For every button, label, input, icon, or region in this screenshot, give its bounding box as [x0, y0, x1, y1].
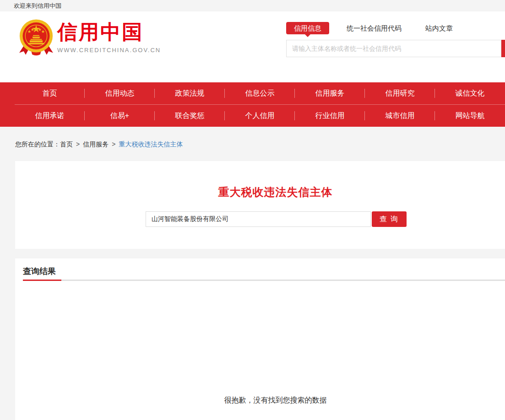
header-search-button[interactable] [501, 40, 505, 57]
nav-item-personal-credit[interactable]: 个人信用 [225, 105, 295, 127]
results-heading: 查询结果 [23, 266, 56, 277]
nav-item-city-credit[interactable]: 城市信用 [365, 105, 435, 127]
credit-china-page: 欢迎来到信用中国 [0, 0, 505, 420]
results-heading-rule-accent [23, 280, 61, 281]
entity-query-input[interactable] [146, 211, 371, 227]
breadcrumb-separator: > [76, 140, 80, 148]
nav-item-credit-services[interactable]: 信用服务 [295, 82, 365, 104]
nav-item-xinyi-plus[interactable]: 信易+ [85, 105, 155, 127]
tab-credit-info[interactable]: 信用信息 [286, 22, 329, 34]
welcome-bar: 欢迎来到信用中国 [0, 0, 505, 11]
nav-item-industry-credit[interactable]: 行业信用 [295, 105, 365, 127]
nav-item-site-map[interactable]: 网站导航 [435, 105, 505, 127]
nav-item-credit-commitment[interactable]: 信用承诺 [15, 105, 85, 127]
query-button[interactable]: 查 询 [372, 211, 407, 227]
empty-results-message: 很抱歉，没有找到您搜索的数据 [15, 396, 505, 405]
page-body: 您所在的位置：首页>信用服务>重大税收违法失信主体 重大税收违法失信主体 查 询… [0, 127, 505, 420]
breadcrumb-current-page[interactable]: 重大税收违法失信主体 [119, 140, 183, 148]
header-search-box [286, 40, 501, 57]
brand-block: 信用中国 WWW.CREDITCHINA.GOV.CN [57, 21, 161, 54]
welcome-text: 欢迎来到信用中国 [14, 0, 61, 11]
nav-row-2: 信用承诺 信易+ 联合奖惩 个人信用 行业信用 城市信用 网站导航 [0, 105, 505, 127]
tab-site-articles[interactable]: 站内文章 [425, 22, 453, 34]
tab-unified-social-credit-code[interactable]: 统一社会信用代码 [347, 22, 402, 34]
breadcrumb-credit-services[interactable]: 信用服务 [83, 140, 109, 148]
site-title: 信用中国 [57, 21, 161, 44]
site-logo[interactable]: 信用中国 WWW.CREDITCHINA.GOV.CN [16, 17, 149, 61]
results-panel: 查询结果 很抱歉，没有找到您搜索的数据 [15, 258, 505, 420]
nav-item-joint-reward-punishment[interactable]: 联合奖惩 [155, 105, 225, 127]
nav-item-home[interactable]: 首页 [15, 82, 85, 104]
site-header: 信用中国 WWW.CREDITCHINA.GOV.CN 信用信息 统一社会信用代… [0, 11, 505, 82]
breadcrumb-prefix: 您所在的位置： [15, 140, 60, 148]
nav-item-credit-research[interactable]: 信用研究 [365, 82, 435, 104]
breadcrumb-separator: > [112, 140, 115, 148]
page-title: 重大税收违法失信主体 [15, 161, 505, 199]
header-search-input[interactable] [286, 40, 501, 57]
national-emblem-icon [16, 17, 56, 58]
main-nav: 首页 信用动态 政策法规 信息公示 信用服务 信用研究 诚信文化 信用承诺 信易… [0, 82, 505, 127]
nav-item-policy[interactable]: 政策法规 [155, 82, 225, 104]
query-panel: 重大税收违法失信主体 查 询 [15, 161, 505, 249]
breadcrumb-home[interactable]: 首页 [60, 140, 73, 148]
nav-item-info-disclosure[interactable]: 信息公示 [225, 82, 295, 104]
breadcrumb: 您所在的位置：首页>信用服务>重大税收违法失信主体 [15, 140, 183, 149]
nav-row-1: 首页 信用动态 政策法规 信息公示 信用服务 信用研究 诚信文化 [0, 82, 505, 104]
site-url: WWW.CREDITCHINA.GOV.CN [57, 47, 161, 54]
nav-item-credit-news[interactable]: 信用动态 [85, 82, 155, 104]
results-heading-rule [23, 280, 505, 281]
nav-item-integrity-culture[interactable]: 诚信文化 [435, 82, 505, 104]
